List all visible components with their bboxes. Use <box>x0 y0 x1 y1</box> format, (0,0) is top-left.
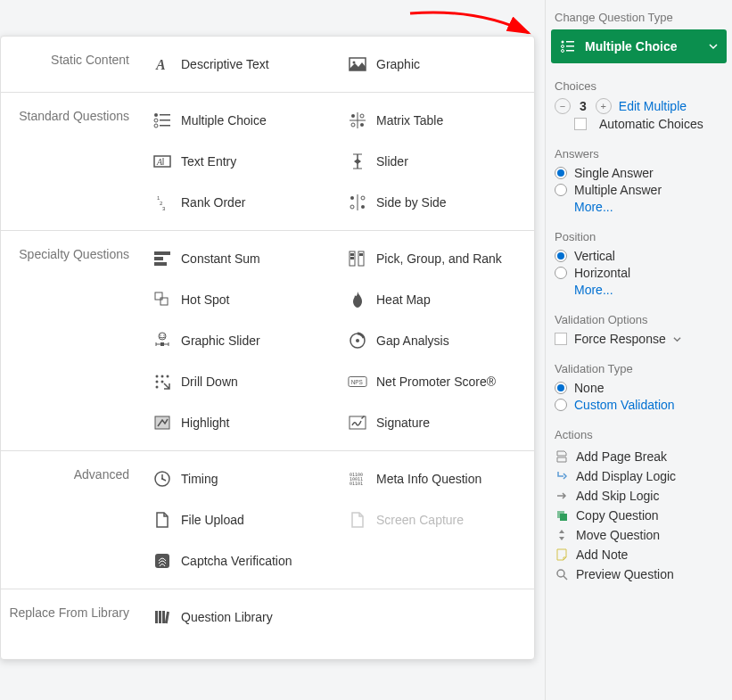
chevron-down-icon <box>709 42 718 51</box>
mc-icon <box>152 111 172 130</box>
action-move[interactable]: Move Question <box>555 525 723 545</box>
svg-point-3 <box>154 113 158 117</box>
option-captcha[interactable]: Captcha Verification <box>144 540 339 581</box>
decrease-choices-button[interactable]: − <box>555 98 571 114</box>
chevron-down-icon[interactable] <box>673 335 681 343</box>
action-label: Copy Question <box>576 508 659 523</box>
action-copy[interactable]: Copy Question <box>555 506 723 525</box>
svg-rect-72 <box>566 41 574 43</box>
option-label: Hot Spot <box>181 292 229 307</box>
more-link[interactable]: More... <box>574 283 613 297</box>
option-label: Timing <box>181 472 218 486</box>
option-timing[interactable]: Timing <box>144 458 339 499</box>
svg-rect-4 <box>160 114 170 116</box>
option-pick-group-rank[interactable]: Pick, Group, and Rank <box>339 238 534 279</box>
option-rank-order[interactable]: 123Rank Order <box>144 182 339 223</box>
svg-rect-70 <box>165 612 169 623</box>
svg-rect-34 <box>350 257 354 259</box>
question-settings-sidebar: Change Question Type Multiple Choice Cho… <box>545 0 732 700</box>
option-text-entry[interactable]: AText Entry <box>144 141 339 182</box>
option-label: Pick, Group, and Rank <box>376 251 502 266</box>
displaylogic-icon <box>555 469 569 483</box>
svg-rect-30 <box>154 257 163 260</box>
magnifier-icon <box>555 567 569 581</box>
force-response-checkbox[interactable] <box>555 333 567 345</box>
radio-label-custom[interactable]: Custom Validation <box>574 398 675 412</box>
radio-label-multiple[interactable]: Multiple Answer <box>574 183 662 197</box>
radio-label-vertical[interactable]: Vertical <box>574 249 615 263</box>
option-question-library[interactable]: Question Library <box>144 597 339 638</box>
option-gap-analysis[interactable]: Gap Analysis <box>339 320 534 361</box>
svg-rect-8 <box>160 125 170 127</box>
action-skip-logic[interactable]: Add Skip Logic <box>555 486 723 506</box>
option-graphic[interactable]: Graphic <box>339 44 534 85</box>
pointer-arrow <box>406 6 535 38</box>
option-nps[interactable]: NPSNet Promoter Score® <box>339 361 534 402</box>
svg-point-79 <box>557 570 564 577</box>
gap-icon <box>348 331 367 350</box>
image-icon <box>348 54 367 74</box>
svg-point-41 <box>163 334 164 335</box>
svg-point-40 <box>160 334 160 335</box>
option-meta-info[interactable]: 011001001101101Meta Info Question <box>339 458 534 499</box>
svg-point-52 <box>161 381 164 383</box>
svg-rect-57 <box>155 416 169 429</box>
option-file-upload[interactable]: File Upload <box>144 499 339 540</box>
svg-rect-6 <box>160 119 170 121</box>
svg-text:01101: 01101 <box>350 481 363 486</box>
option-hot-spot[interactable]: Hot Spot <box>144 279 339 320</box>
svg-point-11 <box>351 123 355 127</box>
option-highlight[interactable]: Highlight <box>144 402 339 443</box>
increase-choices-button[interactable]: + <box>596 98 612 114</box>
option-slider[interactable]: Slider <box>339 141 534 182</box>
action-display-logic[interactable]: Add Display Logic <box>555 466 723 486</box>
radio-none[interactable] <box>555 382 567 394</box>
flame-icon <box>348 290 367 309</box>
bars-icon <box>152 249 172 268</box>
more-link[interactable]: More... <box>574 200 613 214</box>
hotspot-icon <box>152 290 172 309</box>
edit-multiple-link[interactable]: Edit Multiple <box>619 99 687 113</box>
option-side-by-side[interactable]: Side by Side <box>339 182 534 223</box>
radio-single[interactable] <box>555 167 567 179</box>
question-type-dropdown[interactable]: Multiple Choice <box>551 29 727 63</box>
radio-label-horizontal[interactable]: Horizontal <box>574 266 630 280</box>
action-page-break[interactable]: Add Page Break <box>555 447 723 466</box>
svg-line-80 <box>563 576 567 580</box>
option-drill-down[interactable]: Drill Down <box>144 361 339 402</box>
radio-multiple[interactable] <box>555 184 567 196</box>
radio-horizontal[interactable] <box>555 267 567 279</box>
svg-rect-58 <box>350 416 366 429</box>
sidebar-title: Change Question Type <box>555 11 723 24</box>
textentry-icon: A <box>152 152 172 171</box>
category-specialty-questions: Specialty QuestionsConstant SumPick, Gro… <box>1 231 534 451</box>
highlight-icon <box>152 413 172 432</box>
category-replace-from-library: Replace From LibraryQuestion Library <box>1 589 534 645</box>
category-static-content: Static ContentADescriptive TextGraphic <box>1 37 534 93</box>
radio-label-none[interactable]: None <box>574 381 604 395</box>
action-preview[interactable]: Preview Question <box>555 564 723 584</box>
option-constant-sum[interactable]: Constant Sum <box>144 238 339 279</box>
option-matrix-table[interactable]: Matrix Table <box>339 100 534 141</box>
svg-point-53 <box>156 386 159 389</box>
matrix-icon <box>348 111 367 130</box>
svg-text:NPS: NPS <box>351 379 363 385</box>
choices-heading: Choices <box>555 79 723 93</box>
option-label: File Upload <box>181 513 244 527</box>
radio-label-single[interactable]: Single Answer <box>574 166 654 180</box>
action-note[interactable]: Add Note <box>555 545 723 564</box>
radio-vertical[interactable] <box>555 250 567 262</box>
radio-custom[interactable] <box>555 399 567 411</box>
nps-icon: NPS <box>348 372 367 391</box>
option-graphic-slider[interactable]: Graphic Slider <box>144 320 339 361</box>
svg-point-71 <box>562 41 564 44</box>
svg-rect-31 <box>154 262 167 266</box>
action-label: Move Question <box>576 528 660 542</box>
option-multiple-choice[interactable]: Multiple Choice <box>144 100 339 141</box>
option-label: Signature <box>376 416 430 430</box>
option-descriptive-text[interactable]: ADescriptive Text <box>144 44 339 85</box>
option-label: Graphic Slider <box>181 334 260 348</box>
option-signature[interactable]: Signature <box>339 402 534 443</box>
automatic-choices-checkbox[interactable] <box>574 118 587 130</box>
option-heat-map[interactable]: Heat Map <box>339 279 534 320</box>
